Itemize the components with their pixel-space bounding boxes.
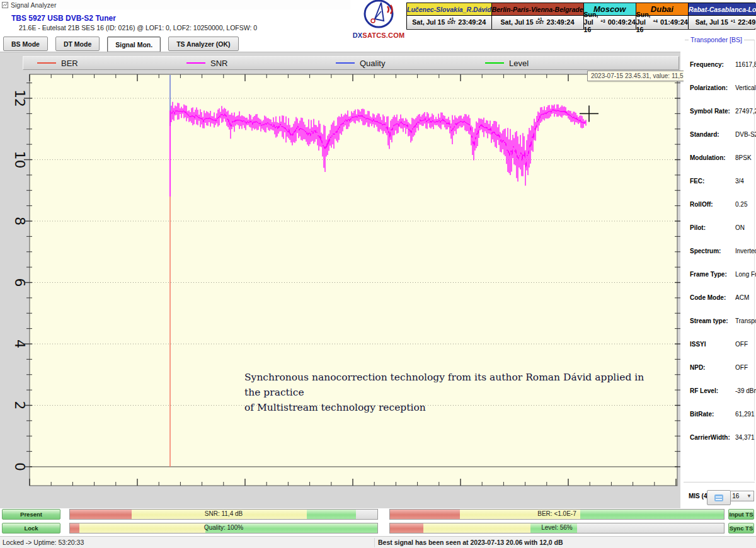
clock-utc-offset: +3 bbox=[600, 20, 605, 23]
tp-field-value: Transport bbox=[735, 317, 756, 324]
tp-field-value: 34,371 MHz bbox=[735, 434, 756, 441]
clock-date: Sat, Jul 15 bbox=[501, 18, 534, 26]
sync-ts-button[interactable]: Sync TS bbox=[728, 523, 754, 534]
tp-field-12: ISSYIOFF bbox=[690, 341, 754, 350]
tp-field-value: Vertical bbox=[735, 84, 756, 91]
tp-field-7: Pilot:ON bbox=[690, 224, 754, 233]
clock-time: 22:49:24 bbox=[738, 18, 756, 26]
best-signal-status: Best signal has been seen at 2023-07-13 … bbox=[378, 539, 563, 546]
clock-1: Berlin-Paris-Vienna-BelgradeSat, Jul 15+… bbox=[492, 3, 584, 29]
tp-field-label: Modulation: bbox=[690, 154, 735, 161]
tp-field-label: BitRate: bbox=[690, 411, 735, 418]
tp-field-label: Symbol Rate: bbox=[690, 108, 735, 115]
tp-field-label: Code Mode: bbox=[690, 294, 735, 301]
tp-field-value: DVB-S2 bbox=[735, 131, 756, 138]
tp-field-14: RF Level:-39 dBm bbox=[690, 387, 754, 396]
satellite-dish-icon bbox=[362, 0, 395, 29]
clock-time-row: Sat, Jul 15+1DST23:49:24 bbox=[407, 16, 491, 28]
tp-field-2: Symbol Rate:27497,264 KS/s bbox=[690, 108, 754, 117]
bar-text: Quality: 100% bbox=[70, 524, 377, 531]
tp-field-label: Frame Type: bbox=[690, 271, 735, 278]
snr-chart[interactable]: 024681012 bbox=[0, 52, 680, 508]
tp-field-value: OFF bbox=[735, 364, 748, 371]
chart-annotation: Synchronous nanocorrection technology fr… bbox=[244, 370, 648, 415]
tp-field-label: RF Level: bbox=[690, 387, 735, 394]
world-clocks: Lučenec-Slovakia_R.DávidSat, Jul 15+1DST… bbox=[406, 3, 755, 30]
ber-bar: BER: <1.0E-7 bbox=[389, 509, 724, 520]
tp-field-label: Frequency: bbox=[690, 61, 735, 68]
tp-field-8: Spectrum:Inverted bbox=[690, 248, 754, 256]
tab-bs-mode[interactable]: BS Mode bbox=[3, 37, 48, 51]
input-ts-button[interactable]: Input TS bbox=[728, 509, 754, 520]
clock-time-row: Sat, Jul 15+122:49:24 bbox=[689, 16, 756, 28]
clock-time-row: Sun, Jul 16+300:49:24 bbox=[584, 16, 636, 28]
tp-field-label: Pilot: bbox=[690, 224, 735, 231]
tp-field-value: -39 dBm bbox=[735, 387, 756, 394]
tp-field-15: BitRate:61,291 Mbit/s bbox=[690, 411, 754, 420]
tab-dt-mode[interactable]: DT Mode bbox=[55, 37, 100, 51]
tp-field-3: Standard:DVB-S2 bbox=[690, 131, 754, 140]
bar-text: BER: <1.0E-7 bbox=[390, 510, 724, 517]
tp-field-11: Stream type:Transport bbox=[690, 317, 754, 326]
tp-field-label: Standard: bbox=[690, 131, 735, 138]
clock-time: 23:49:24 bbox=[458, 18, 486, 26]
chart-tooltip: 2023-07-15 23.45.31, value: 11,5 bbox=[587, 71, 687, 81]
tp-field-label: FEC: bbox=[690, 178, 735, 185]
tp-field-value: 27497,264 KS/s bbox=[735, 108, 756, 115]
tab-signal-mon-[interactable]: Signal Mon. bbox=[107, 37, 161, 52]
transponder-group-title: Transponder [BS] bbox=[689, 36, 744, 43]
tp-field-label: Polarization: bbox=[690, 84, 735, 91]
mode-tabs: BS ModeDT ModeSignal Mon.TS Analyzer (OK… bbox=[0, 36, 680, 52]
tp-field-6: RollOff:0.25 bbox=[690, 201, 754, 210]
meter-row-2: Lock Quality: 100% Level: 56% Sync TS bbox=[0, 523, 756, 535]
app-icon bbox=[2, 2, 8, 8]
clock-time: 01:49:24 bbox=[660, 18, 688, 26]
present-button[interactable]: Present bbox=[2, 509, 60, 520]
tp-field-value: 0.25 bbox=[735, 201, 747, 208]
chevron-down-icon: ▼ bbox=[747, 493, 752, 499]
stream-stack-icon bbox=[714, 494, 723, 501]
tp-field-label: ISSYI bbox=[690, 341, 735, 348]
clock-4: Rabat-Casablanca-LondonSat, Jul 15+122:4… bbox=[689, 3, 756, 29]
uptime-status: Locked -> Uptime: 53:20:33 bbox=[3, 539, 84, 546]
tp-field-0: Frequency:11617,840 MHz bbox=[690, 61, 754, 70]
clock-3: DubaiSun, Jul 16+401:49:24 bbox=[636, 3, 689, 29]
level-bar: Level: 56% bbox=[389, 523, 724, 534]
tp-field-label: RollOff: bbox=[690, 201, 735, 208]
tuner-subtitle: 21.6E - Eutelsat 21B SES 16 (ID: 0216) @… bbox=[19, 24, 257, 31]
clock-date: Sat, Jul 15 bbox=[412, 18, 445, 26]
quality-bar: Quality: 100% bbox=[69, 523, 378, 534]
clock-utc-offset: +1DST bbox=[447, 18, 455, 24]
tp-field-value: Inverted bbox=[735, 248, 756, 254]
stream-info-button[interactable] bbox=[707, 490, 731, 505]
tp-field-value: 11617,840 MHz bbox=[735, 61, 756, 68]
mis-select[interactable]: 16 ▼ bbox=[730, 491, 754, 501]
signal-analyzer-window: Signal Analyzer TBS 5927 USB DVB-S2 Tune… bbox=[0, 0, 756, 548]
transponder-groupbox: Frequency:11617,840 MHzPolarization:Vert… bbox=[685, 40, 755, 481]
tp-field-label: Spectrum: bbox=[690, 248, 735, 254]
clock-city: Rabat-Casablanca-London bbox=[689, 3, 756, 16]
tp-field-label: NPD: bbox=[690, 364, 735, 371]
chart-panel: BERSNRQualityLevel 024681012 Synchronous… bbox=[0, 52, 680, 508]
tp-field-1: Polarization:Vertical bbox=[690, 84, 754, 93]
lock-button[interactable]: Lock bbox=[2, 523, 60, 534]
logo-text: DXSATCS.COM bbox=[350, 31, 407, 39]
tp-field-label: Stream type: bbox=[690, 317, 735, 324]
clock-date: Sat, Jul 15 bbox=[696, 18, 728, 26]
tp-field-4: Modulation:8PSK bbox=[690, 154, 754, 163]
status-divider bbox=[374, 538, 375, 547]
tp-field-16: CarrierWidth:34,371 MHz bbox=[690, 434, 754, 443]
clock-date: Sun, Jul 16 bbox=[584, 11, 598, 33]
tp-field-value: 3/4 bbox=[735, 178, 744, 185]
tuner-title: TBS 5927 USB DVB-S2 Tuner bbox=[11, 14, 116, 23]
clock-2: MoscowSun, Jul 16+300:49:24 bbox=[584, 3, 636, 29]
clock-utc-offset: +1DST bbox=[536, 18, 544, 24]
bar-text: Level: 56% bbox=[390, 524, 724, 531]
snr-bar: SNR: 11,4 dB bbox=[69, 509, 378, 520]
transponder-panel: Transponder [BS] Frequency:11617,840 MHz… bbox=[684, 35, 756, 483]
tp-field-9: Frame Type:Long Frame bbox=[690, 271, 754, 280]
tp-field-value: 8PSK bbox=[735, 154, 752, 161]
meter-row-1: Present SNR: 11,4 dB BER: <1.0E-7 Input … bbox=[0, 509, 756, 521]
tab-ts-analyzer-ok-[interactable]: TS Analyzer (OK) bbox=[168, 37, 238, 51]
clock-time: 00:49:24 bbox=[608, 18, 636, 26]
